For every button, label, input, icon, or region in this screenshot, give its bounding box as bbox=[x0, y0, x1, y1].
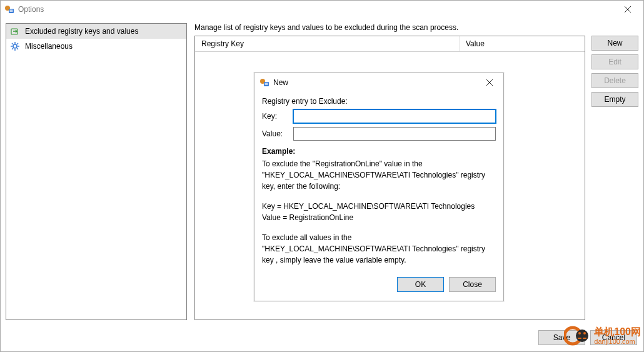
sidebar-item-label: Miscellaneous bbox=[25, 42, 73, 51]
svg-rect-3 bbox=[10, 11, 13, 12]
edit-button[interactable]: Edit bbox=[591, 54, 638, 69]
column-header-value[interactable]: Value bbox=[460, 36, 585, 51]
footer-buttons: Save Cancel bbox=[538, 330, 637, 345]
delete-button[interactable]: Delete bbox=[591, 73, 638, 88]
close-icon bbox=[625, 6, 631, 13]
svg-line-12 bbox=[12, 43, 13, 44]
app-icon bbox=[4, 4, 14, 14]
window-close-button[interactable] bbox=[612, 1, 643, 18]
sidebar-item-miscellaneous[interactable]: Miscellaneous bbox=[6, 39, 186, 54]
app-icon bbox=[259, 78, 269, 88]
value-input[interactable] bbox=[293, 127, 496, 141]
new-entry-dialog: New Registry entry to Exclude: Key: Valu… bbox=[254, 73, 504, 301]
example-heading: Example: bbox=[262, 147, 496, 156]
options-window: Options Excluded registry keys and value… bbox=[0, 0, 644, 352]
example-text-3: To exclude all values in the "HKEY_LOCAL… bbox=[262, 232, 496, 266]
sidebar-item-label: Excluded registry keys and values bbox=[25, 27, 138, 36]
dialog-close-button[interactable] bbox=[478, 76, 501, 89]
dialog-body: Registry entry to Exclude: Key: Value: E… bbox=[254, 92, 503, 301]
empty-button[interactable]: Empty bbox=[591, 92, 638, 107]
close-button[interactable]: Close bbox=[449, 277, 496, 292]
ok-button[interactable]: OK bbox=[397, 277, 444, 292]
dialog-prompt: Registry entry to Exclude: bbox=[262, 97, 496, 106]
close-icon bbox=[486, 79, 493, 86]
key-input[interactable] bbox=[293, 109, 496, 123]
svg-point-7 bbox=[13, 44, 17, 48]
column-header-key[interactable]: Registry Key bbox=[195, 36, 460, 51]
save-button[interactable]: Save bbox=[538, 330, 585, 345]
key-label: Key: bbox=[262, 112, 288, 121]
svg-rect-2 bbox=[10, 10, 13, 11]
example-text-1: To exclude the "RegistrationOnLine" valu… bbox=[262, 158, 496, 192]
svg-line-14 bbox=[17, 43, 18, 44]
side-buttons: New Edit Delete Empty bbox=[591, 36, 638, 320]
panel-description: Manage list of registry keys and values … bbox=[194, 23, 638, 32]
dialog-titlebar[interactable]: New bbox=[254, 73, 503, 92]
dialog-title: New bbox=[273, 78, 288, 87]
svg-rect-19 bbox=[265, 84, 268, 85]
export-icon bbox=[10, 26, 20, 36]
sidebar-item-excluded-keys[interactable]: Excluded registry keys and values bbox=[6, 24, 186, 39]
new-button[interactable]: New bbox=[591, 36, 638, 51]
cancel-button[interactable]: Cancel bbox=[590, 330, 637, 345]
svg-line-15 bbox=[12, 48, 13, 49]
window-title: Options bbox=[18, 5, 44, 14]
svg-line-13 bbox=[17, 48, 18, 49]
window-titlebar[interactable]: Options bbox=[1, 1, 643, 18]
svg-rect-18 bbox=[265, 83, 268, 84]
value-label: Value: bbox=[262, 129, 288, 138]
gear-icon bbox=[10, 41, 20, 51]
sidebar: Excluded registry keys and values Miscel… bbox=[6, 23, 187, 320]
table-header: Registry Key Value bbox=[195, 36, 585, 52]
example-text-2: Key = HKEY_LOCAL_MACHINE\SOFTWARE\ATI Te… bbox=[262, 201, 496, 223]
